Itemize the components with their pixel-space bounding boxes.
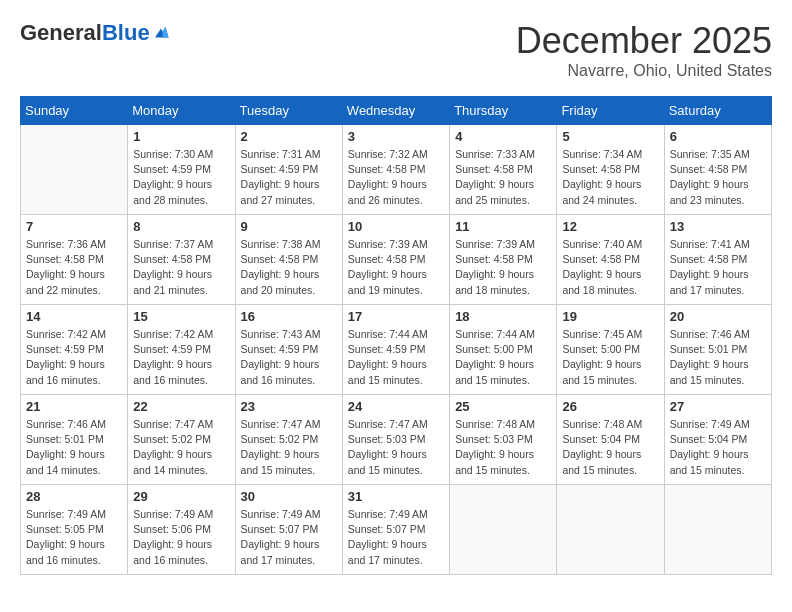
day-number: 22 [133,399,229,414]
day-info: Sunrise: 7:32 AMSunset: 4:58 PMDaylight:… [348,147,444,208]
day-number: 21 [26,399,122,414]
day-info: Sunrise: 7:47 AMSunset: 5:02 PMDaylight:… [241,417,337,478]
calendar-cell: 16Sunrise: 7:43 AMSunset: 4:59 PMDayligh… [235,305,342,395]
calendar-cell: 20Sunrise: 7:46 AMSunset: 5:01 PMDayligh… [664,305,771,395]
day-number: 25 [455,399,551,414]
calendar-cell: 2Sunrise: 7:31 AMSunset: 4:59 PMDaylight… [235,125,342,215]
day-number: 26 [562,399,658,414]
day-number: 13 [670,219,766,234]
month-title: December 2025 [516,20,772,62]
logo-icon [152,24,170,42]
calendar-day-header: Tuesday [235,97,342,125]
day-info: Sunrise: 7:40 AMSunset: 4:58 PMDaylight:… [562,237,658,298]
calendar-week-row: 1Sunrise: 7:30 AMSunset: 4:59 PMDaylight… [21,125,772,215]
day-info: Sunrise: 7:41 AMSunset: 4:58 PMDaylight:… [670,237,766,298]
calendar-week-row: 21Sunrise: 7:46 AMSunset: 5:01 PMDayligh… [21,395,772,485]
calendar-cell: 1Sunrise: 7:30 AMSunset: 4:59 PMDaylight… [128,125,235,215]
location: Navarre, Ohio, United States [516,62,772,80]
day-number: 30 [241,489,337,504]
calendar-cell: 21Sunrise: 7:46 AMSunset: 5:01 PMDayligh… [21,395,128,485]
calendar-cell [664,485,771,575]
calendar-cell: 25Sunrise: 7:48 AMSunset: 5:03 PMDayligh… [450,395,557,485]
calendar-cell: 30Sunrise: 7:49 AMSunset: 5:07 PMDayligh… [235,485,342,575]
day-number: 14 [26,309,122,324]
calendar-cell: 18Sunrise: 7:44 AMSunset: 5:00 PMDayligh… [450,305,557,395]
calendar-cell: 3Sunrise: 7:32 AMSunset: 4:58 PMDaylight… [342,125,449,215]
day-info: Sunrise: 7:35 AMSunset: 4:58 PMDaylight:… [670,147,766,208]
day-info: Sunrise: 7:38 AMSunset: 4:58 PMDaylight:… [241,237,337,298]
day-info: Sunrise: 7:44 AMSunset: 4:59 PMDaylight:… [348,327,444,388]
calendar-cell: 17Sunrise: 7:44 AMSunset: 4:59 PMDayligh… [342,305,449,395]
calendar-week-row: 28Sunrise: 7:49 AMSunset: 5:05 PMDayligh… [21,485,772,575]
day-number: 2 [241,129,337,144]
day-info: Sunrise: 7:48 AMSunset: 5:03 PMDaylight:… [455,417,551,478]
day-number: 31 [348,489,444,504]
day-number: 27 [670,399,766,414]
logo: GeneralBlue [20,20,170,46]
day-number: 16 [241,309,337,324]
calendar-cell: 22Sunrise: 7:47 AMSunset: 5:02 PMDayligh… [128,395,235,485]
day-number: 3 [348,129,444,144]
day-number: 29 [133,489,229,504]
day-info: Sunrise: 7:36 AMSunset: 4:58 PMDaylight:… [26,237,122,298]
day-info: Sunrise: 7:39 AMSunset: 4:58 PMDaylight:… [348,237,444,298]
svg-marker-1 [162,27,168,38]
calendar-cell: 23Sunrise: 7:47 AMSunset: 5:02 PMDayligh… [235,395,342,485]
calendar-cell [450,485,557,575]
calendar-day-header: Friday [557,97,664,125]
day-info: Sunrise: 7:33 AMSunset: 4:58 PMDaylight:… [455,147,551,208]
calendar-week-row: 14Sunrise: 7:42 AMSunset: 4:59 PMDayligh… [21,305,772,395]
day-number: 6 [670,129,766,144]
logo-general-text: GeneralBlue [20,20,150,46]
calendar-day-header: Wednesday [342,97,449,125]
day-number: 9 [241,219,337,234]
day-info: Sunrise: 7:49 AMSunset: 5:05 PMDaylight:… [26,507,122,568]
calendar-day-header: Saturday [664,97,771,125]
calendar-cell: 10Sunrise: 7:39 AMSunset: 4:58 PMDayligh… [342,215,449,305]
day-info: Sunrise: 7:43 AMSunset: 4:59 PMDaylight:… [241,327,337,388]
day-number: 19 [562,309,658,324]
day-number: 11 [455,219,551,234]
calendar-table: SundayMondayTuesdayWednesdayThursdayFrid… [20,96,772,575]
calendar-cell: 4Sunrise: 7:33 AMSunset: 4:58 PMDaylight… [450,125,557,215]
calendar-day-header: Sunday [21,97,128,125]
day-info: Sunrise: 7:47 AMSunset: 5:02 PMDaylight:… [133,417,229,478]
calendar-cell: 14Sunrise: 7:42 AMSunset: 4:59 PMDayligh… [21,305,128,395]
day-info: Sunrise: 7:39 AMSunset: 4:58 PMDaylight:… [455,237,551,298]
day-info: Sunrise: 7:49 AMSunset: 5:06 PMDaylight:… [133,507,229,568]
day-info: Sunrise: 7:49 AMSunset: 5:04 PMDaylight:… [670,417,766,478]
calendar-day-header: Monday [128,97,235,125]
day-info: Sunrise: 7:34 AMSunset: 4:58 PMDaylight:… [562,147,658,208]
day-number: 28 [26,489,122,504]
day-number: 1 [133,129,229,144]
day-info: Sunrise: 7:37 AMSunset: 4:58 PMDaylight:… [133,237,229,298]
calendar-cell: 28Sunrise: 7:49 AMSunset: 5:05 PMDayligh… [21,485,128,575]
day-number: 7 [26,219,122,234]
calendar-cell: 5Sunrise: 7:34 AMSunset: 4:58 PMDaylight… [557,125,664,215]
day-number: 23 [241,399,337,414]
day-info: Sunrise: 7:45 AMSunset: 5:00 PMDaylight:… [562,327,658,388]
day-info: Sunrise: 7:46 AMSunset: 5:01 PMDaylight:… [670,327,766,388]
title-section: December 2025 Navarre, Ohio, United Stat… [516,20,772,80]
day-number: 5 [562,129,658,144]
day-number: 24 [348,399,444,414]
day-info: Sunrise: 7:42 AMSunset: 4:59 PMDaylight:… [133,327,229,388]
day-info: Sunrise: 7:47 AMSunset: 5:03 PMDaylight:… [348,417,444,478]
calendar-cell: 8Sunrise: 7:37 AMSunset: 4:58 PMDaylight… [128,215,235,305]
day-number: 15 [133,309,229,324]
calendar-cell: 9Sunrise: 7:38 AMSunset: 4:58 PMDaylight… [235,215,342,305]
day-number: 12 [562,219,658,234]
calendar-cell: 13Sunrise: 7:41 AMSunset: 4:58 PMDayligh… [664,215,771,305]
day-info: Sunrise: 7:46 AMSunset: 5:01 PMDaylight:… [26,417,122,478]
calendar-cell: 24Sunrise: 7:47 AMSunset: 5:03 PMDayligh… [342,395,449,485]
calendar-cell: 29Sunrise: 7:49 AMSunset: 5:06 PMDayligh… [128,485,235,575]
day-number: 17 [348,309,444,324]
calendar-day-header: Thursday [450,97,557,125]
day-info: Sunrise: 7:48 AMSunset: 5:04 PMDaylight:… [562,417,658,478]
calendar-cell: 31Sunrise: 7:49 AMSunset: 5:07 PMDayligh… [342,485,449,575]
page-header: GeneralBlue December 2025 Navarre, Ohio,… [20,20,772,80]
day-info: Sunrise: 7:49 AMSunset: 5:07 PMDaylight:… [348,507,444,568]
day-info: Sunrise: 7:42 AMSunset: 4:59 PMDaylight:… [26,327,122,388]
calendar-cell: 6Sunrise: 7:35 AMSunset: 4:58 PMDaylight… [664,125,771,215]
day-number: 20 [670,309,766,324]
